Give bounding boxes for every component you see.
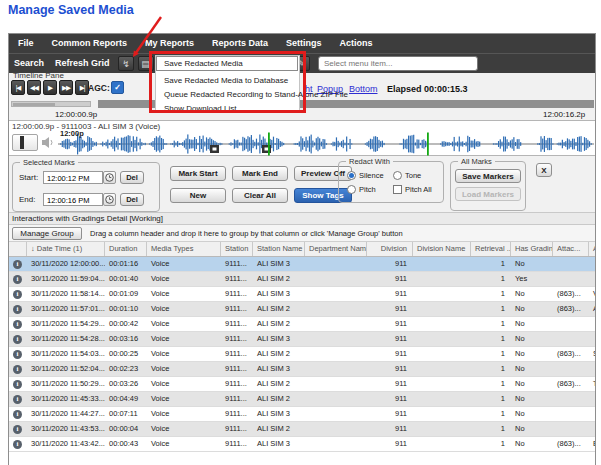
- redact-option-tone[interactable]: Tone: [393, 171, 421, 180]
- cell-has-grading: No: [511, 362, 553, 376]
- cell-department-name: [305, 392, 367, 406]
- bottom-link[interactable]: Bottom: [349, 84, 378, 94]
- menu-select-input[interactable]: [318, 56, 478, 71]
- cell-media-types: Voice: [147, 392, 221, 406]
- selected-marks-group: Selected Marks Start: 12:00:12 PM Del En…: [12, 162, 160, 212]
- redact-option-pitch-all[interactable]: Pitch All: [393, 185, 432, 194]
- cell-has-grading: Yes: [511, 272, 553, 286]
- volume-thumb[interactable]: [20, 136, 24, 149]
- cell-media-types: Voice: [147, 317, 221, 331]
- table-row[interactable]: i30/11/2020 11:45:33...00:04:49Voice9111…: [9, 392, 595, 407]
- info-icon[interactable]: i: [13, 350, 22, 359]
- skip-start-button[interactable]: |◀: [11, 80, 25, 95]
- info-icon[interactable]: i: [13, 275, 22, 284]
- cell-media-types: Voice: [147, 257, 221, 271]
- fast-forward-button[interactable]: ▶▶: [59, 80, 73, 95]
- play-button[interactable]: ▶: [43, 80, 57, 95]
- checkbox-pitch-all[interactable]: [393, 185, 402, 194]
- start-time-field[interactable]: 12:00:12 PM: [43, 171, 103, 184]
- column-header-media-types[interactable]: Media Types: [147, 242, 221, 256]
- row-info-cell: i: [9, 257, 27, 271]
- column-header-department-name[interactable]: Department Name: [305, 242, 367, 256]
- table-row[interactable]: i30/11/2020 11:50:29...00:03:26Voice9111…: [9, 377, 595, 392]
- cell-division-name: [413, 407, 471, 421]
- column-header-duration[interactable]: Duration: [105, 242, 147, 256]
- info-icon[interactable]: i: [13, 260, 22, 269]
- info-icon[interactable]: i: [13, 410, 22, 419]
- page: FileCommon ReportsMy ReportsReports Data…: [0, 0, 601, 465]
- waveform-header: 12:00:00.9p - 9111003 - ALI SIM 3 (Voice…: [12, 122, 160, 131]
- mark-end-button[interactable]: Mark End: [232, 166, 288, 181]
- start-del-button[interactable]: Del: [120, 171, 144, 184]
- mark-start-button[interactable]: Mark Start: [170, 166, 226, 181]
- column-header-division[interactable]: Division: [367, 242, 413, 256]
- info-icon[interactable]: i: [13, 380, 22, 389]
- volume-slider[interactable]: [12, 134, 38, 151]
- load-markers-button[interactable]: Load Markers: [455, 187, 521, 201]
- end-del-button[interactable]: Del: [120, 193, 144, 206]
- menu-common-reports[interactable]: Common Reports: [43, 34, 137, 53]
- skip-end-button[interactable]: ▶|: [75, 80, 89, 95]
- redact-with-label: Redact With: [346, 157, 393, 166]
- info-icon[interactable]: i: [13, 305, 22, 314]
- column-header-has-grading[interactable]: Has Grading: [511, 242, 553, 256]
- cell-duration: 00:03:26: [105, 377, 147, 391]
- table-row[interactable]: i30/11/2020 11:58:14...00:01:09Voice9111…: [9, 287, 595, 302]
- table-row[interactable]: i30/11/2020 11:44:27...00:07:11Voice9111…: [9, 407, 595, 422]
- column-header-attach-[interactable]: Attach...: [589, 242, 595, 256]
- column-header-retrieval-[interactable]: Retrieval ...: [471, 242, 511, 256]
- cell-attac-: [553, 422, 589, 436]
- waveform[interactable]: [58, 132, 594, 156]
- table-row[interactable]: i30/11/2020 11:43:53...00:00:04Voice9111…: [9, 422, 595, 437]
- column-header-station[interactable]: Station: [221, 242, 253, 256]
- table-row[interactable]: i30/11/2020 11:52:04...00:02:23Voice9111…: [9, 362, 595, 377]
- end-time-field[interactable]: 12:00:16 PM: [43, 193, 103, 206]
- cell-division: 911: [367, 287, 413, 301]
- annotation-box: [149, 51, 306, 113]
- cell-division: 911: [367, 302, 413, 316]
- clear-all-button[interactable]: Clear All: [232, 188, 288, 203]
- start-clock-button[interactable]: [103, 171, 116, 184]
- end-clock-button[interactable]: [103, 193, 116, 206]
- table-row[interactable]: i30/11/2020 11:57:01...00:01:10Voice9111…: [9, 302, 595, 317]
- new-button[interactable]: New: [170, 188, 226, 203]
- info-icon[interactable]: i: [13, 425, 22, 434]
- table-row[interactable]: i30/11/2020 11:54:03...00:00:25Voice9111…: [9, 347, 595, 362]
- info-icon[interactable]: i: [13, 335, 22, 344]
- cell-retrieval-: 1: [471, 287, 511, 301]
- column-header-division-name[interactable]: Division Name: [413, 242, 471, 256]
- table-row[interactable]: i30/11/2020 11:54:28...00:03:16Voice9111…: [9, 332, 595, 347]
- info-icon[interactable]: i: [13, 365, 22, 374]
- rewind-button[interactable]: ◀◀: [27, 80, 41, 95]
- column-header--date-time-1-[interactable]: ↓ Date Time (1): [27, 242, 105, 256]
- radio-tone[interactable]: [393, 171, 402, 180]
- info-icon[interactable]: i: [13, 395, 22, 404]
- waveform-panel: 12:00:00.9p - 9111003 - ALI SIM 3 (Voice…: [9, 120, 595, 156]
- radio-silence[interactable]: [347, 171, 356, 180]
- info-icon[interactable]: i: [13, 440, 22, 449]
- table-row[interactable]: i30/11/2020 11:59:04...00:01:40Voice9111…: [9, 272, 595, 287]
- zoom-slider-thumb[interactable]: [13, 103, 55, 106]
- close-marks-button[interactable]: X: [536, 163, 552, 177]
- menu-actions[interactable]: Actions: [331, 34, 382, 53]
- table-row[interactable]: i30/11/2020 11:54:29...00:00:42Voice9111…: [9, 317, 595, 332]
- table-row[interactable]: i30/11/2020 11:43:42...00:00:43Voice9111…: [9, 437, 595, 452]
- column-header-station-name[interactable]: Station Name: [253, 242, 305, 256]
- redact-option-pitch[interactable]: Pitch: [347, 185, 376, 194]
- table-row[interactable]: i30/11/2020 12:00:00...00:01:16Voice9111…: [9, 257, 595, 272]
- save-markers-button[interactable]: Save Markers: [455, 169, 521, 183]
- radio-pitch[interactable]: [347, 185, 356, 194]
- timeline-zoom-slider[interactable]: [11, 101, 91, 107]
- info-icon[interactable]: i: [13, 290, 22, 299]
- cell-division: 911: [367, 437, 413, 451]
- agc-checkbox[interactable]: ✓: [111, 81, 124, 94]
- column-header-attac-[interactable]: Attac...: [553, 242, 589, 256]
- cell-department-name: [305, 272, 367, 286]
- cell--date-time-1-: 30/11/2020 12:00:00...: [27, 257, 105, 271]
- info-icon[interactable]: i: [13, 320, 22, 329]
- power-icon[interactable]: ↯: [118, 56, 134, 71]
- menu-file[interactable]: File: [9, 34, 43, 53]
- manage-group-button[interactable]: Manage Group: [12, 227, 82, 240]
- redact-option-silence[interactable]: Silence: [347, 171, 384, 180]
- column-header-info[interactable]: [9, 242, 27, 256]
